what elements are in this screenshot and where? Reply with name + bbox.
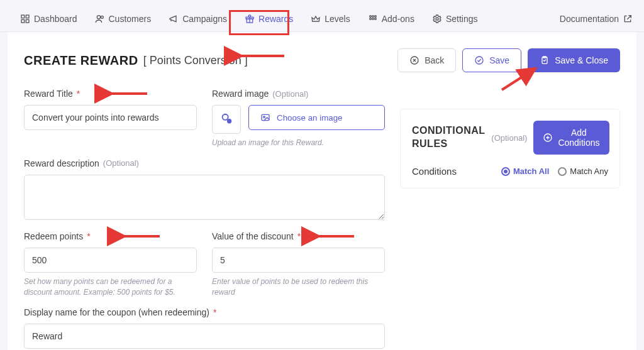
image-thumb-placeholder <box>212 105 241 134</box>
page-title: CREATE REWARD <box>24 53 138 68</box>
image-placeholder-icon <box>219 112 233 126</box>
redeem-points-input[interactable] <box>24 248 197 273</box>
image-helper-text: Upload an image for this Reward. <box>212 138 385 148</box>
top-navbar: Dashboard Customers Campaigns Rewards Le… <box>0 6 644 32</box>
svg-point-21 <box>223 114 228 120</box>
nav-rewards-label: Rewards <box>258 14 293 24</box>
svg-rect-0 <box>21 15 25 18</box>
nav-customers-label: Customers <box>109 14 152 24</box>
match-any-radio[interactable]: Match Any <box>558 167 608 176</box>
redeem-points-label: Redeem points * <box>24 231 197 241</box>
upload-image-icon <box>260 112 270 123</box>
plus-circle-icon <box>543 133 553 143</box>
nav-rewards[interactable]: Rewards <box>236 6 302 31</box>
match-all-label: Match All <box>513 167 549 176</box>
svg-point-4 <box>97 16 100 19</box>
nav-campaigns-label: Campaigns <box>182 14 227 24</box>
check-circle-icon <box>474 55 484 65</box>
reward-image-label: Reward image (Optional) <box>212 89 385 99</box>
radio-dot-icon <box>501 167 510 176</box>
users-icon <box>95 14 105 24</box>
svg-point-10 <box>374 16 376 18</box>
back-button[interactable]: Back <box>397 48 456 72</box>
nav-campaigns[interactable]: Campaigns <box>160 6 236 31</box>
description-label: Reward description (Optional) <box>24 158 385 168</box>
radio-dot-icon <box>558 167 567 176</box>
page-subtitle: [ Points Conversion ] <box>143 54 248 67</box>
svg-rect-2 <box>21 19 25 23</box>
rules-title: CONDITIONAL RULES <box>412 124 485 151</box>
nav-dashboard-label: Dashboard <box>34 14 77 24</box>
reward-title-input[interactable] <box>24 105 197 130</box>
discount-value-helper: Enter value of points to be used to rede… <box>212 276 385 298</box>
rules-optional: (Optional) <box>491 133 527 143</box>
gift-icon <box>245 14 255 24</box>
svg-point-13 <box>374 18 376 20</box>
nav-customers[interactable]: Customers <box>86 6 160 31</box>
discount-value-input[interactable] <box>212 248 385 273</box>
add-conditions-label: Add Conditions <box>558 128 599 148</box>
annotation-arrow-discount <box>313 230 357 243</box>
svg-point-17 <box>475 57 483 64</box>
nav-settings[interactable]: Settings <box>423 6 487 31</box>
discount-value-label: Value of the discount * <box>212 231 385 241</box>
save-button[interactable]: Save <box>462 48 521 72</box>
main-content: CREATE REWARD [ Points Conversion ] Back… <box>8 32 636 350</box>
clipboard-check-icon <box>540 55 550 65</box>
nav-documentation-label: Documentation <box>560 14 619 24</box>
description-textarea[interactable] <box>24 175 385 220</box>
display-name-label: Display name for the coupon (when redeem… <box>24 307 385 317</box>
annotation-arrow-rewardtitle <box>106 87 150 100</box>
svg-point-14 <box>436 18 438 20</box>
nav-addons-label: Add-ons <box>382 14 414 24</box>
conditions-label: Conditions <box>412 166 457 177</box>
add-conditions-button[interactable]: Add Conditions <box>533 121 609 155</box>
nav-levels-label: Levels <box>325 14 350 24</box>
svg-point-9 <box>372 16 374 18</box>
choose-image-button[interactable]: Choose an image <box>248 105 385 130</box>
grid-icon <box>368 14 378 24</box>
svg-point-8 <box>369 16 371 18</box>
external-link-icon <box>623 14 633 24</box>
match-all-radio[interactable]: Match All <box>501 167 549 176</box>
annotation-arrow-redeem <box>118 230 162 243</box>
nav-addons[interactable]: Add-ons <box>359 6 423 31</box>
match-radio-group: Match All Match Any <box>501 167 608 176</box>
choose-image-label: Choose an image <box>277 113 342 123</box>
nav-documentation[interactable]: Documentation <box>560 14 633 24</box>
crown-icon <box>311 14 321 24</box>
gear-icon <box>432 14 442 24</box>
svg-point-12 <box>372 18 374 20</box>
svg-point-11 <box>369 18 371 20</box>
save-close-button[interactable]: Save & Close <box>528 48 620 72</box>
save-button-label: Save <box>489 55 509 65</box>
conditional-rules-panel: CONDITIONAL RULES (Optional) Add Conditi… <box>400 109 620 189</box>
save-close-button-label: Save & Close <box>555 55 608 65</box>
close-circle-icon <box>409 55 419 65</box>
megaphone-icon <box>169 14 179 24</box>
display-name-input[interactable] <box>24 324 385 349</box>
redeem-points-helper: Set how many points can be redeemed for … <box>24 276 197 298</box>
match-any-label: Match Any <box>570 167 608 176</box>
dashboard-icon <box>20 14 30 24</box>
nav-dashboard[interactable]: Dashboard <box>11 6 86 31</box>
svg-rect-1 <box>26 15 29 18</box>
svg-point-5 <box>101 16 103 18</box>
svg-rect-3 <box>26 19 29 23</box>
back-button-label: Back <box>425 55 444 65</box>
reward-title-label: Reward Title * <box>24 89 197 99</box>
nav-levels[interactable]: Levels <box>302 6 358 31</box>
svg-point-24 <box>264 116 265 118</box>
svg-line-19 <box>502 70 533 90</box>
svg-point-22 <box>227 119 231 123</box>
nav-settings-label: Settings <box>446 14 478 24</box>
